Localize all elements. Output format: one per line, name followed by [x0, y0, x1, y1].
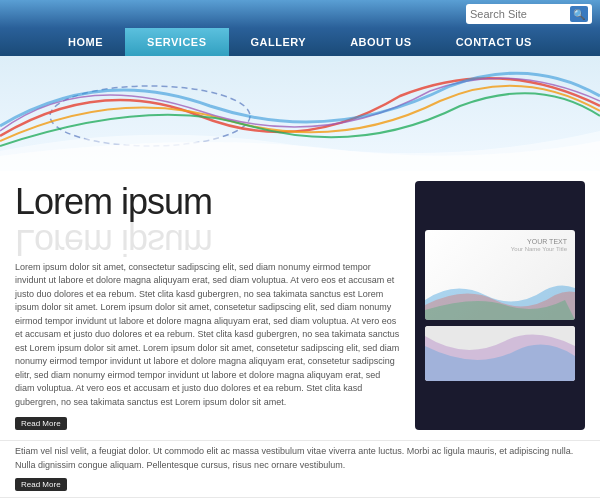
text-section-2: Etiam vel nisl velit, a feugiat dolor. U…: [0, 497, 600, 503]
search-button[interactable]: 🔍: [570, 6, 588, 22]
business-card-front: YOUR TEXT Your Name Your Title: [425, 230, 575, 320]
nav-item-home[interactable]: HOME: [46, 28, 125, 56]
nav-item-gallery[interactable]: GALLERY: [229, 28, 329, 56]
main-title-reflection: Lorem ipsum: [15, 231, 400, 253]
card-your-text: YOUR TEXT Your Name Your Title: [511, 238, 567, 252]
nav-item-contact[interactable]: CONTACT US: [434, 28, 554, 56]
read-more-button-2[interactable]: Read More: [15, 478, 67, 491]
main-navigation: HOME SERVICES GALLERY ABOUT US CONTACT U…: [0, 28, 600, 56]
card-wave: [425, 270, 575, 320]
nav-item-services[interactable]: SERVICES: [125, 28, 228, 56]
main-right-card: YOUR TEXT Your Name Your Title: [415, 181, 585, 430]
top-bar: 🔍: [0, 0, 600, 28]
hero-section: [0, 56, 600, 171]
main-body-text: Lorem ipsum dolor sit amet, consectetur …: [15, 261, 400, 410]
main-content: Lorem ipsum Lorem ipsum Lorem ipsum dolo…: [0, 171, 600, 440]
section1-text: Etiam vel nisl velit, a feugiat dolor. U…: [15, 445, 585, 472]
nav-item-about[interactable]: ABOUT US: [328, 28, 433, 56]
main-title: Lorem ipsum: [15, 181, 400, 223]
main-left: Lorem ipsum Lorem ipsum Lorem ipsum dolo…: [15, 181, 400, 430]
text-section-1: Etiam vel nisl velit, a feugiat dolor. U…: [0, 440, 600, 497]
business-card-back: [425, 326, 575, 381]
read-more-button-1[interactable]: Read More: [15, 417, 67, 430]
search-box: 🔍: [466, 4, 592, 24]
hero-wave-svg: [0, 56, 600, 171]
search-input[interactable]: [470, 8, 570, 20]
